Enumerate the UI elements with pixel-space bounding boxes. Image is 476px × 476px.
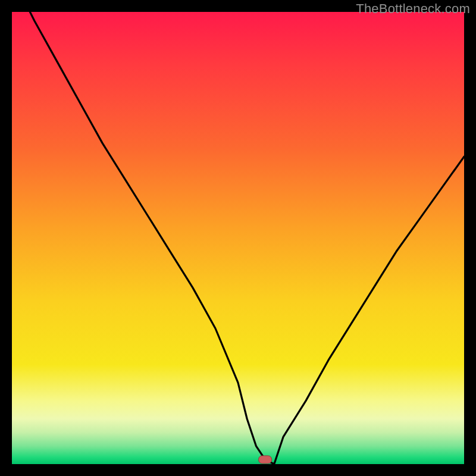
chart-svg (12, 12, 464, 464)
gradient-background (12, 12, 464, 464)
optimal-marker (259, 456, 272, 464)
watermark-text: TheBottleneck.com (356, 1, 470, 17)
plot-area (12, 12, 464, 464)
chart-frame: TheBottleneck.com (0, 0, 476, 476)
